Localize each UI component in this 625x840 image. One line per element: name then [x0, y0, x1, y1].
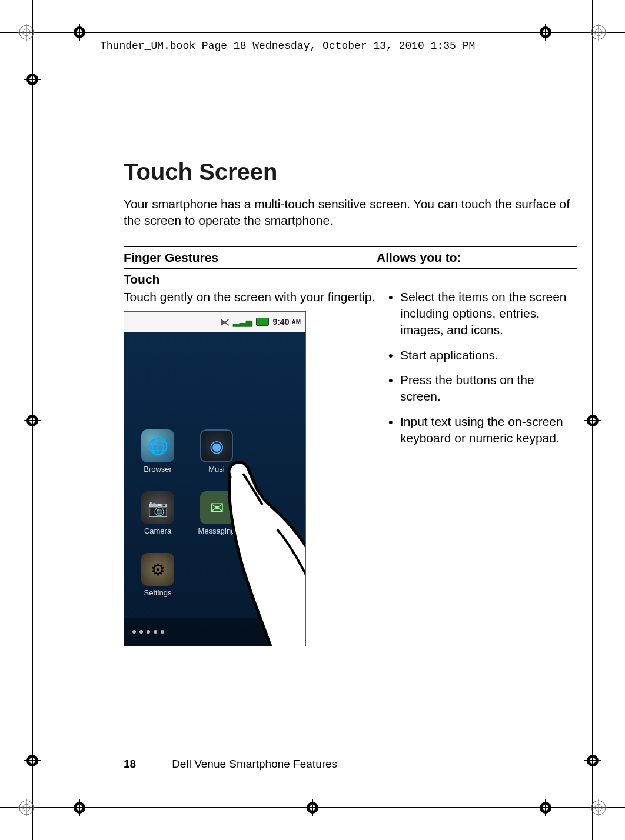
registration-target-icon	[584, 412, 601, 429]
camera-icon: 📷	[141, 491, 174, 524]
registration-target-icon	[71, 799, 88, 816]
app-label: Settings	[144, 588, 172, 597]
page-content: Touch Screen Your smartphone has a multi…	[124, 159, 577, 646]
page-dot-icon	[139, 630, 143, 634]
music-icon: ◉	[200, 429, 233, 462]
table-header-allows: Allows you to:	[377, 251, 577, 265]
table-header-row: Finger Gestures Allows you to:	[124, 246, 577, 269]
registration-mark-icon	[590, 24, 607, 41]
intro-paragraph: Your smartphone has a multi-touch sensit…	[124, 196, 577, 229]
phone-icon: ✆	[271, 620, 295, 644]
page-footer: 18 Dell Venue Smartphone Features	[124, 758, 337, 771]
registration-mark-icon	[18, 24, 35, 41]
battery-icon	[256, 318, 269, 326]
list-item: Press the buttons on the screen.	[388, 372, 577, 405]
registration-target-icon	[24, 71, 41, 88]
status-time-suffix: AM	[291, 319, 301, 325]
page-dot-icon	[154, 630, 157, 634]
list-item: Start applications.	[388, 347, 577, 364]
app-label: Camera	[144, 526, 171, 535]
app-label: Musi	[208, 465, 224, 474]
registration-target-icon	[537, 799, 554, 816]
table-header-gestures: Finger Gestures	[124, 251, 377, 265]
registration-mark-icon	[18, 799, 35, 816]
list-item: Input text using the on-screen keyboard …	[388, 414, 577, 447]
messaging-icon: ✉	[200, 491, 233, 524]
phone-illustration: ⧔ ▂▃▅ 9:40AM 🌐 Browser ◉ Musi 📷	[124, 311, 306, 646]
app-settings: ⚙ Settings	[131, 553, 184, 597]
registration-mark-icon	[590, 799, 607, 816]
page-dot-icon	[161, 630, 164, 634]
gesture-name: Touch	[124, 269, 577, 289]
wifi-icon: ⧔	[220, 316, 230, 328]
app-camera: 📷 Camera	[131, 491, 184, 535]
registration-target-icon	[24, 752, 41, 769]
app-label: Messaging	[198, 526, 235, 535]
footer-section-name: Dell Venue Smartphone Features	[172, 758, 337, 771]
app-browser: 🌐 Browser	[131, 429, 184, 474]
phone-status-bar: ⧔ ▂▃▅ 9:40AM	[124, 312, 305, 332]
registration-target-icon	[24, 412, 41, 429]
allows-list: Select the items on the screen including…	[388, 289, 577, 447]
page-dot-icon	[147, 630, 150, 634]
page-number: 18	[124, 758, 136, 771]
signal-icon: ▂▃▅	[233, 317, 252, 326]
app-label: Browser	[144, 465, 172, 474]
registration-target-icon	[304, 799, 321, 816]
globe-icon: 🌐	[141, 429, 174, 462]
page-dot-icon	[132, 630, 136, 634]
gesture-description: Touch gently on the screen with your fin…	[124, 289, 377, 305]
registration-target-icon	[71, 24, 88, 41]
phone-dock: ✆	[124, 618, 305, 646]
settings-icon: ⚙	[141, 553, 174, 586]
section-title: Touch Screen	[124, 159, 577, 185]
app-messaging: ✉ Messaging	[190, 491, 243, 535]
app-music: ◉ Musi	[190, 429, 243, 474]
registration-target-icon	[537, 24, 554, 41]
list-item: Select the items on the screen including…	[388, 289, 577, 339]
header-stamp: Thunder_UM.book Page 18 Wednesday, Octob…	[100, 40, 475, 52]
registration-target-icon	[584, 752, 601, 769]
status-time: 9:40	[272, 317, 289, 326]
footer-divider	[154, 758, 154, 770]
